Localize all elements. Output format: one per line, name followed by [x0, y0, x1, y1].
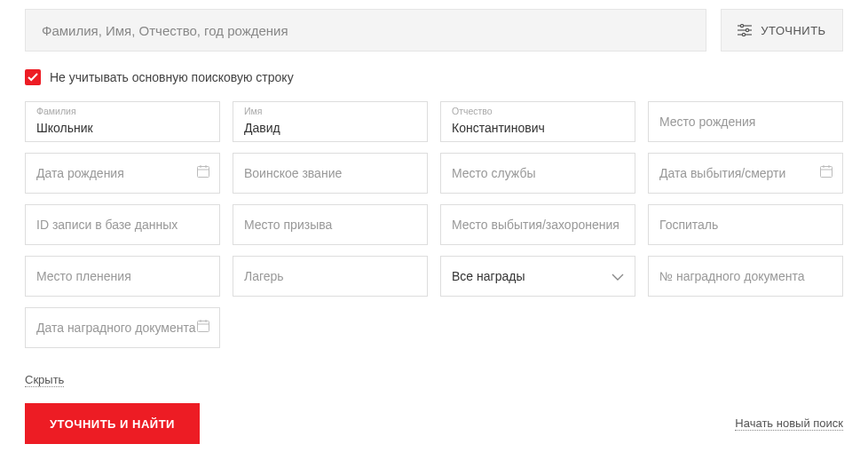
- camp-input[interactable]: [233, 257, 427, 296]
- birthdate-field[interactable]: [25, 153, 220, 194]
- main-search-input[interactable]: [25, 9, 706, 52]
- svg-point-1: [741, 24, 744, 27]
- burialplace-field[interactable]: [440, 204, 635, 245]
- refine-button[interactable]: УТОЧНИТЬ: [721, 9, 843, 52]
- lastname-field[interactable]: Фамилия: [25, 101, 220, 142]
- awarddocnum-field[interactable]: [648, 256, 843, 297]
- serviceplace-field[interactable]: [440, 153, 635, 194]
- draftplace-field[interactable]: [233, 204, 428, 245]
- departuredate-field[interactable]: [648, 153, 843, 194]
- captureplace-input[interactable]: [26, 257, 219, 296]
- draftplace-input[interactable]: [233, 205, 427, 244]
- awards-select[interactable]: Все награды: [440, 256, 635, 297]
- rank-input[interactable]: [233, 154, 427, 193]
- sliders-icon: [738, 24, 752, 36]
- ignore-main-checkbox[interactable]: [25, 69, 41, 85]
- ignore-main-label: Не учитывать основную поисковую строку: [50, 70, 294, 84]
- firstname-input[interactable]: [233, 115, 427, 141]
- birthdate-input[interactable]: [26, 154, 219, 193]
- svg-point-3: [746, 28, 749, 31]
- burialplace-input[interactable]: [441, 205, 635, 244]
- departuredate-input[interactable]: [649, 154, 842, 193]
- recordid-input[interactable]: [26, 205, 219, 244]
- awarddocnum-input[interactable]: [649, 257, 842, 296]
- submit-button[interactable]: УТОЧНИТЬ И НАЙТИ: [25, 403, 200, 444]
- rank-field[interactable]: [233, 153, 428, 194]
- firstname-label: Имя: [244, 106, 262, 116]
- hospital-field[interactable]: [648, 204, 843, 245]
- hospital-input[interactable]: [649, 205, 842, 244]
- awarddocdate-field[interactable]: [25, 307, 220, 348]
- awarddocdate-input[interactable]: [26, 308, 219, 347]
- refine-button-label: УТОЧНИТЬ: [761, 24, 825, 37]
- chevron-down-icon: [612, 268, 624, 284]
- patronymic-label: Отчество: [452, 106, 493, 116]
- camp-field[interactable]: [233, 256, 428, 297]
- check-icon: [28, 73, 38, 82]
- recordid-field[interactable]: [25, 204, 220, 245]
- birthplace-field[interactable]: [648, 101, 843, 142]
- patronymic-input[interactable]: [441, 115, 635, 141]
- serviceplace-input[interactable]: [441, 154, 635, 193]
- firstname-field[interactable]: Имя: [233, 101, 428, 142]
- svg-point-5: [743, 33, 746, 36]
- birthplace-input[interactable]: [649, 102, 842, 141]
- awards-select-label: Все награды: [452, 269, 612, 283]
- new-search-link[interactable]: Начать новый поиск: [735, 416, 843, 431]
- hide-link[interactable]: Скрыть: [25, 373, 64, 387]
- lastname-label: Фамилия: [36, 106, 76, 116]
- lastname-input[interactable]: [26, 115, 219, 141]
- captureplace-field[interactable]: [25, 256, 220, 297]
- patronymic-field[interactable]: Отчество: [440, 101, 635, 142]
